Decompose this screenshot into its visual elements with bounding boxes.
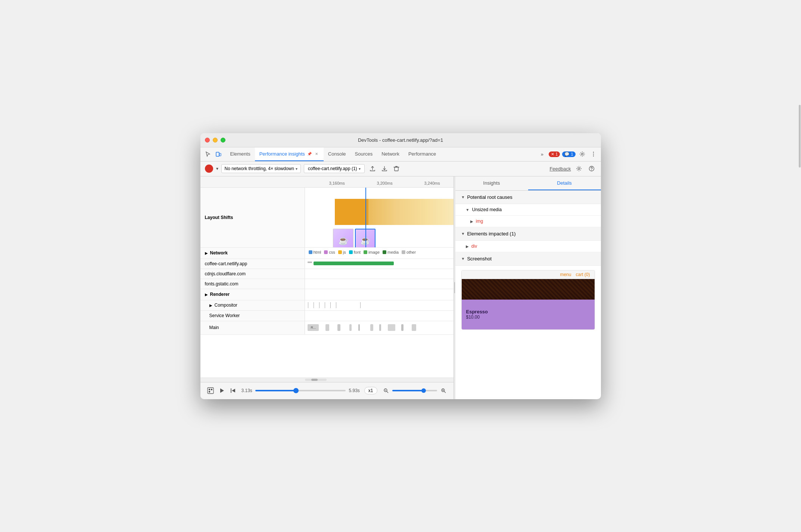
delete-button[interactable] <box>392 164 401 173</box>
slider-thumb[interactable] <box>293 388 299 393</box>
record-button[interactable] <box>205 165 213 173</box>
tracks-area[interactable]: Layout Shifts ☕ <box>200 188 454 378</box>
nav-cart-link[interactable]: cart (0) <box>576 272 590 277</box>
compositor-row: ▶ Compositor <box>200 300 454 311</box>
main-bar-4 <box>358 324 360 331</box>
tab-sources[interactable]: Sources <box>350 147 377 161</box>
renderer-collapse-arrow[interactable]: ▶ <box>205 292 208 297</box>
tick <box>336 302 336 308</box>
legend-image: image <box>364 250 380 254</box>
upload-button[interactable] <box>368 164 377 173</box>
renderer-content[interactable] <box>305 289 454 300</box>
timestamp-1: 3,160ms <box>329 181 345 185</box>
img-expand-arrow[interactable]: ▶ <box>470 219 473 223</box>
nav-menu-link[interactable]: menu <box>560 272 571 277</box>
service-worker-content[interactable] <box>305 311 454 321</box>
speed-button[interactable]: x1 <box>364 387 377 394</box>
device-toggle-icon[interactable] <box>214 150 223 159</box>
layout-shifts-content[interactable]: ☕ ☕ <box>305 188 454 247</box>
timeline-cursor <box>365 188 366 247</box>
right-panel: Insights Details ▼ Potential root causes… <box>455 176 601 399</box>
toolbar-icons-left <box>203 147 223 161</box>
close-button[interactable] <box>205 138 210 143</box>
zoom-slider[interactable] <box>392 390 437 391</box>
compositor-ticks <box>305 300 454 310</box>
minimize-button[interactable] <box>213 138 218 143</box>
network-content-1[interactable] <box>305 259 454 269</box>
product-price: $10.00 <box>466 314 488 320</box>
svg-point-7 <box>578 168 580 170</box>
maximize-button[interactable] <box>221 138 225 143</box>
skip-to-start-button[interactable] <box>229 387 237 395</box>
url-dropdown[interactable]: coffee-cart.netlify.app (1) ▾ <box>304 164 365 173</box>
throttle-dropdown[interactable]: No network throttling, 4× slowdown ▾ <box>221 164 301 173</box>
more-options-icon[interactable] <box>589 150 598 159</box>
zoom-in-button[interactable] <box>439 387 448 395</box>
horizontal-scrollbar[interactable] <box>200 378 454 382</box>
div-link[interactable]: div <box>471 244 477 249</box>
window-title: DevTools - coffee-cart.netlify.app/?ad=1 <box>358 137 443 143</box>
tab-performance[interactable]: Performance <box>404 147 440 161</box>
main-row: Main R... <box>200 321 454 335</box>
tab-network[interactable]: Network <box>377 147 404 161</box>
potential-root-causes-header[interactable]: ▼ Potential root causes <box>455 191 601 204</box>
settings-icon[interactable] <box>578 150 587 159</box>
img-link[interactable]: img <box>476 219 483 224</box>
zoom-out-button[interactable] <box>382 387 390 395</box>
error-badge[interactable]: ✕ 1 <box>549 151 560 157</box>
record-dropdown-arrow[interactable]: ▾ <box>216 166 218 171</box>
compositor-content[interactable] <box>305 300 454 310</box>
js-color <box>338 250 342 254</box>
tab-insights[interactable]: Insights <box>455 176 528 190</box>
screenshot-nav: menu cart (0) <box>462 270 595 279</box>
url-dropdown-arrow: ▾ <box>359 167 361 171</box>
product-name: Espresso <box>466 309 488 314</box>
tick <box>360 302 361 308</box>
network-host-2: cdnjs.cloudflare.com <box>200 269 305 279</box>
main-content[interactable]: R... <box>305 321 454 334</box>
ss-expand-arrow: ▼ <box>461 257 465 261</box>
scrollbar-thumb[interactable] <box>311 379 318 381</box>
elements-impacted-header[interactable]: ▼ Elements impacted (1) <box>455 227 601 241</box>
tick <box>325 302 325 308</box>
feedback-link[interactable]: Feedback <box>549 166 571 172</box>
compositor-collapse-arrow[interactable]: ▶ <box>209 303 212 307</box>
layout-shifts-row: Layout Shifts ☕ <box>200 188 454 248</box>
screenshot-header[interactable]: ▼ Screenshot <box>455 252 601 266</box>
thumbnail-1[interactable]: ☕ <box>333 229 353 247</box>
tick <box>308 302 308 308</box>
scrollbar-track[interactable] <box>305 379 327 381</box>
div-expand-arrow[interactable]: ▶ <box>466 244 469 248</box>
help-icon[interactable] <box>587 164 596 173</box>
more-tabs-button[interactable]: » <box>537 150 546 159</box>
screenshot-section: menu cart (0) Espresso $10.00 <box>455 266 601 334</box>
download-button[interactable] <box>380 164 389 173</box>
network-collapse-arrow[interactable]: ▶ <box>205 251 208 255</box>
cursor-tool-icon[interactable] <box>203 150 212 159</box>
unsized-media-expand[interactable]: ▼ <box>466 208 470 212</box>
svg-rect-0 <box>216 152 219 156</box>
tab-performance-insights[interactable]: Performance insights 📌 ✕ <box>255 147 324 161</box>
coffee-cup-icon-1: ☕ <box>338 236 348 245</box>
tick <box>314 302 314 308</box>
timeline-slider[interactable] <box>255 390 346 391</box>
service-worker-label: Service Worker <box>200 311 305 321</box>
zoom-thumb[interactable] <box>421 388 426 393</box>
layout-shifts-label: Layout Shifts <box>200 188 305 247</box>
play-button[interactable] <box>218 387 226 395</box>
toolbar-row: ▾ No network throttling, 4× slowdown ▾ c… <box>200 162 601 176</box>
legend-js: js <box>338 250 346 254</box>
right-panel-tabs: Insights Details <box>455 176 601 191</box>
legend-html: html <box>309 250 321 254</box>
tab-console[interactable]: Console <box>324 147 350 161</box>
screenshot-view-button[interactable] <box>206 387 215 395</box>
tab-elements[interactable]: Elements <box>226 147 255 161</box>
network-content-2[interactable] <box>305 269 454 279</box>
network-bar-area-1 <box>305 259 454 267</box>
message-badge[interactable]: 💬 1 <box>562 151 575 157</box>
media-color <box>383 250 386 254</box>
tab-close-icon[interactable]: ✕ <box>314 151 319 156</box>
tab-details[interactable]: Details <box>528 176 601 190</box>
network-content-3[interactable] <box>305 279 454 289</box>
settings-gear-icon[interactable] <box>574 164 584 173</box>
